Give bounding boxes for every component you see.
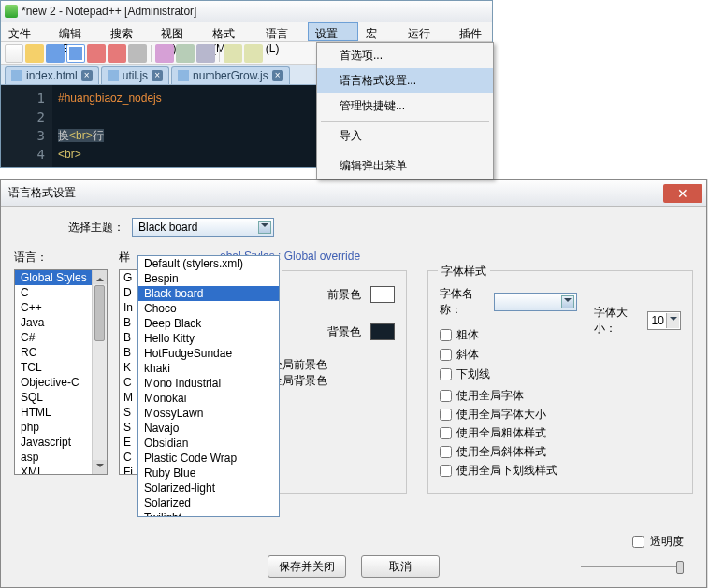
tab-close-icon[interactable]: × (81, 70, 93, 81)
dialog-title: 语言格式设置 (8, 185, 76, 201)
tab-label: util.js (123, 69, 148, 82)
file-icon (11, 70, 22, 81)
theme-option[interactable]: khaki (138, 361, 279, 376)
closeall-icon[interactable] (108, 44, 126, 63)
menu-macro[interactable]: 宏(O) (358, 22, 399, 41)
theme-option[interactable]: Hello Kitty (138, 331, 279, 346)
theme-option[interactable]: Solarized (138, 495, 279, 510)
font-name-label: 字体名称： (440, 286, 485, 318)
transparency-slider[interactable] (581, 559, 684, 574)
dialog-close-button[interactable]: ✕ (663, 184, 702, 203)
font-size-combo[interactable]: 10 (647, 311, 681, 330)
new-icon[interactable] (5, 44, 23, 63)
redo-icon[interactable] (244, 44, 263, 63)
use-global-italic-check[interactable]: 使用全局斜体样式 (440, 444, 681, 460)
background-swatch[interactable] (370, 323, 395, 340)
menu-run[interactable]: 运行(R) (400, 22, 452, 41)
use-global-size-check[interactable]: 使用全局字体大小 (440, 407, 681, 423)
theme-dropdown-list[interactable]: Default (stylers.xml)BespinBlack boardCh… (137, 255, 280, 517)
font-legend: 字体样式 (438, 264, 490, 280)
font-name-combo[interactable] (494, 293, 577, 311)
theme-option[interactable]: Black board (138, 286, 279, 301)
theme-value: Black board (138, 221, 197, 234)
menu-search[interactable]: 搜索(S) (103, 22, 154, 41)
theme-option[interactable]: Navajo (138, 421, 279, 436)
tab-close-icon[interactable]: × (152, 70, 163, 81)
italic-check[interactable]: 斜体 (440, 347, 577, 363)
use-global-bold-check[interactable]: 使用全局粗体样式 (440, 425, 681, 441)
scroll-thumb[interactable] (94, 285, 105, 341)
theme-option[interactable]: Monokai (138, 391, 279, 406)
separator (219, 45, 220, 62)
theme-option[interactable]: Twilight (138, 510, 279, 517)
theme-option[interactable]: HotFudgeSundae (138, 346, 279, 361)
menu-item-import[interactable]: 导入 (317, 123, 493, 149)
theme-option[interactable]: Ruby Blue (138, 466, 279, 480)
foreground-swatch[interactable] (370, 286, 395, 303)
menu-plugins[interactable]: 插件( (452, 22, 492, 41)
menu-item-shortcuts[interactable]: 管理快捷键... (317, 93, 493, 119)
tab-label: numberGrow.js (193, 69, 268, 82)
theme-option[interactable]: Obsidian (138, 436, 279, 451)
scroll-down-icon[interactable] (93, 460, 107, 474)
saveall-icon[interactable] (66, 44, 85, 63)
undo-icon[interactable] (224, 44, 242, 63)
file-tab[interactable]: index.html× (5, 66, 99, 84)
app-icon (5, 5, 18, 18)
scroll-up-icon[interactable] (93, 270, 107, 284)
bold-check[interactable]: 粗体 (440, 327, 577, 343)
theme-option[interactable]: Bespin (138, 271, 279, 286)
cancel-button[interactable]: 取消 (361, 555, 440, 578)
theme-label: 选择主题： (68, 220, 124, 236)
titlebar: *new 2 - Notepad++ [Administrator] (1, 1, 492, 22)
window-title: *new 2 - Notepad++ [Administrator] (22, 5, 196, 18)
slider-thumb[interactable] (676, 561, 684, 574)
chevron-down-icon (258, 221, 271, 234)
menu-language[interactable]: 语言(L) (258, 22, 308, 41)
transparency-check[interactable]: 透明度 (632, 534, 684, 550)
use-global-under-check[interactable]: 使用全局下划线样式 (440, 463, 681, 479)
menu-item-preferences[interactable]: 首选项... (317, 43, 493, 68)
language-listbox[interactable]: Global StylesCC++JavaC#RCTCLObjective-CS… (14, 269, 108, 475)
theme-combo[interactable]: Black board (132, 218, 274, 237)
paste-icon[interactable] (196, 44, 215, 63)
menu-edit[interactable]: 编辑(E) (51, 22, 103, 41)
font-fieldset: 字体样式 字体名称： 粗体 斜体 下划线 (427, 270, 693, 494)
cut-icon[interactable] (155, 44, 174, 63)
theme-option[interactable]: Solarized-light (138, 480, 279, 495)
print-icon[interactable] (128, 44, 147, 63)
theme-option[interactable]: Default (stylers.xml) (138, 256, 279, 271)
copy-icon[interactable] (176, 44, 195, 63)
scrollbar[interactable] (92, 270, 107, 474)
open-icon[interactable] (25, 44, 44, 63)
file-icon (178, 70, 189, 81)
separator (321, 151, 489, 151)
background-label: 背景色 (327, 324, 361, 340)
theme-option[interactable]: Deep Black (138, 316, 279, 331)
theme-option[interactable]: Plastic Code Wrap (138, 451, 279, 466)
theme-option[interactable]: Mono Industrial (138, 376, 279, 391)
save-icon[interactable] (46, 44, 65, 63)
underline-check[interactable]: 下划线 (440, 366, 577, 382)
use-global-font-check[interactable]: 使用全局字体 (440, 388, 681, 404)
menu-item-style-config[interactable]: 语言格式设置... (317, 68, 493, 93)
menu-view[interactable]: 视图(V) (153, 22, 205, 41)
tab-close-icon[interactable]: × (272, 70, 283, 81)
file-icon (108, 70, 119, 81)
language-label: 语言： (14, 250, 108, 265)
menu-item-edit-popup[interactable]: 编辑弹出菜单 (317, 153, 493, 179)
menu-format[interactable]: 格式(M) (205, 22, 258, 41)
theme-option[interactable]: MossyLawn (138, 406, 279, 421)
close-icon[interactable] (87, 44, 106, 63)
file-tab[interactable]: util.js× (101, 66, 169, 84)
file-tab[interactable]: numberGrow.js× (171, 66, 290, 84)
chevron-down-icon (666, 313, 679, 328)
theme-option[interactable]: Choco (138, 301, 279, 316)
style-config-dialog: 语言格式设置 ✕ 选择主题： Black board Default (styl… (0, 179, 707, 588)
menubar: 文件(F) 编辑(E) 搜索(S) 视图(V) 格式(M) 语言(L) 设置(T… (1, 22, 492, 42)
line-gutter: 1234 (1, 85, 52, 167)
menu-settings[interactable]: 设置(T) (308, 22, 358, 41)
menu-file[interactable]: 文件(F) (1, 22, 51, 41)
save-close-button[interactable]: 保存并关闭 (268, 555, 346, 578)
foreground-label: 前景色 (327, 287, 361, 303)
